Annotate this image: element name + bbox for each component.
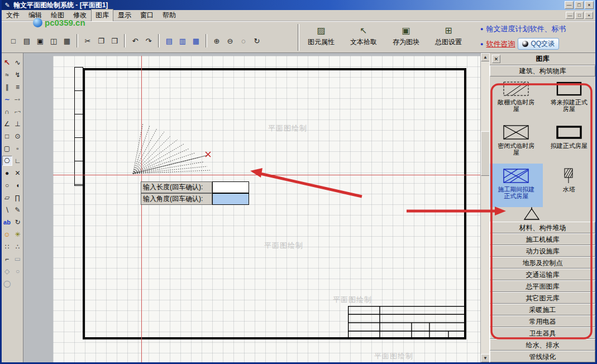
- library-category-header[interactable]: 建筑、构筑物库: [490, 65, 595, 76]
- child-close-button[interactable]: ×: [585, 12, 593, 19]
- rounded-rect-tool[interactable]: ▢: [2, 143, 12, 154]
- menu-item-help[interactable]: 帮助: [158, 9, 180, 22]
- library-category-button[interactable]: 动力设施库: [490, 245, 595, 257]
- library-category-button[interactable]: 总平面图库: [490, 280, 595, 292]
- corner-line-tool[interactable]: ⌐: [2, 254, 12, 264]
- menu-item-file[interactable]: 文件: [2, 9, 24, 22]
- consult-link[interactable]: 软件咨询: [486, 39, 515, 49]
- hexagon-tool[interactable]: ⎔: [2, 156, 12, 166]
- library-category-button[interactable]: 常用电器: [490, 315, 595, 327]
- oval2-tool[interactable]: ◯: [2, 279, 12, 289]
- arc-tool[interactable]: ∩: [2, 107, 12, 117]
- tent-symbol-icon[interactable]: [519, 207, 545, 223]
- master-plan-settings-button[interactable]: ⊞ 总图设置: [432, 24, 465, 48]
- trapezoid-tool[interactable]: ▱: [2, 193, 12, 203]
- star-tool[interactable]: ✳: [13, 229, 23, 240]
- circle-center-tool[interactable]: ⊙: [13, 131, 23, 141]
- length-input[interactable]: [212, 181, 249, 193]
- filled-ellipse-tool[interactable]: ●: [2, 168, 12, 178]
- cut-button[interactable]: ✂: [82, 35, 94, 47]
- person-symbol-tool[interactable]: ☺: [2, 229, 12, 240]
- symbol-future-permanent-house[interactable]: 将来拟建正式房屋: [543, 76, 596, 120]
- child-minimize-button[interactable]: —: [566, 12, 574, 19]
- text-tool[interactable]: ab: [2, 217, 12, 227]
- panel-close-button[interactable]: ✕: [492, 55, 500, 63]
- scrollbar-thumb[interactable]: [481, 131, 489, 176]
- menu-item-window[interactable]: 窗口: [136, 9, 158, 22]
- gate-tool[interactable]: ∏: [13, 193, 23, 203]
- perpendicular-tool[interactable]: ⊥: [13, 119, 23, 129]
- zoom-extents-button[interactable]: ↻: [251, 35, 263, 47]
- eyedropper-tool[interactable]: ∖: [2, 205, 12, 215]
- wave-tool[interactable]: ≈: [2, 70, 12, 80]
- library-category-button[interactable]: 给水、排水: [490, 339, 595, 351]
- spiral-tool[interactable]: ↻: [13, 217, 23, 227]
- fan-tool[interactable]: ∴: [13, 242, 23, 252]
- symbol-planned-permanent-house[interactable]: 拟建正式房屋: [543, 120, 596, 164]
- menu-item-library[interactable]: 图库: [91, 9, 113, 22]
- tile-horizontal-button[interactable]: ▤: [163, 35, 175, 47]
- line-node-tool[interactable]: –∘: [13, 94, 23, 104]
- symbol-construction-period-house[interactable]: 施工期间拟建正式房屋: [490, 164, 543, 207]
- library-category-button[interactable]: 卫生器具: [490, 327, 595, 339]
- library-category-button[interactable]: 地形及控制点: [490, 257, 595, 269]
- tile-vertical-button[interactable]: ▥: [176, 35, 189, 47]
- diamond-tool[interactable]: ◇: [2, 266, 12, 276]
- ellipse-tool[interactable]: ○: [2, 180, 12, 190]
- menu-item-display[interactable]: 显示: [113, 9, 136, 22]
- oval-tool[interactable]: ○: [13, 266, 23, 276]
- symbol-temporary-shed[interactable]: 敞棚式临时房屋: [490, 76, 543, 120]
- print-button[interactable]: ▦: [61, 35, 73, 47]
- save-button[interactable]: ▣: [34, 35, 46, 47]
- library-category-button[interactable]: 其它图元库: [490, 292, 595, 304]
- undo-button[interactable]: ↶: [129, 35, 141, 47]
- qq-chat-button[interactable]: QQ交谈: [518, 38, 559, 50]
- half-ellipse-tool[interactable]: ◖: [13, 180, 23, 190]
- scroll-down-button[interactable]: ▼: [481, 354, 489, 362]
- parallel-lines-tool[interactable]: ∥: [2, 82, 12, 92]
- square-tool[interactable]: ▫: [13, 143, 23, 154]
- minimize-button[interactable]: —: [565, 1, 574, 9]
- symbol-water-tower[interactable]: 水塔: [543, 164, 596, 207]
- open-button[interactable]: ▤: [21, 35, 33, 47]
- zoom-out-button[interactable]: ⊖: [224, 35, 236, 47]
- cascade-button[interactable]: ▦: [190, 35, 202, 47]
- pencil-tool[interactable]: ✎: [13, 205, 23, 215]
- symbol-closed-temporary-house[interactable]: 密闭式临时房屋: [490, 120, 543, 164]
- text-pick-button[interactable]: ↖ 文本拾取: [347, 24, 380, 48]
- corner-tool[interactable]: ∟: [13, 156, 23, 166]
- child-restore-button[interactable]: □: [575, 12, 584, 19]
- drawing-canvas[interactable]: 平面图绘制 平面图绘制 平面图绘制 平面图绘制 输入长度(回车确认): 输入角度…: [23, 53, 489, 362]
- vertical-scrollbar[interactable]: ▲ ▼: [480, 53, 489, 362]
- erase-tool[interactable]: ✕: [13, 168, 23, 178]
- hatch-lines-tool[interactable]: ≡: [13, 82, 23, 92]
- library-category-button[interactable]: 采暖施工: [490, 304, 595, 315]
- dots-grid-tool[interactable]: ∷: [2, 242, 12, 252]
- library-category-button[interactable]: 交通运输库: [490, 269, 595, 280]
- redo-button[interactable]: ↷: [142, 35, 155, 47]
- zigzag-tool[interactable]: ↯: [13, 70, 23, 80]
- curve-tool[interactable]: ∼: [2, 94, 12, 104]
- copy-button[interactable]: ❐: [95, 35, 107, 47]
- polyline-tool[interactable]: ∿: [13, 58, 23, 68]
- step-line-tool[interactable]: ⌐¬: [13, 107, 23, 117]
- scroll-up-button[interactable]: ▲: [481, 53, 489, 61]
- zoom-window-button[interactable]: ◌: [237, 35, 250, 47]
- library-category-button[interactable]: 施工机械库: [490, 233, 595, 245]
- drawing-page[interactable]: 平面图绘制 平面图绘制 平面图绘制 平面图绘制 输入长度(回车确认): 输入角度…: [53, 56, 480, 362]
- select-tool[interactable]: ↖: [2, 58, 12, 68]
- close-button[interactable]: ×: [585, 1, 594, 9]
- angle-line-tool[interactable]: ∠: [2, 119, 12, 129]
- paste-button[interactable]: ❒: [108, 35, 121, 47]
- promo-link[interactable]: 翰文进度计划软件、标书: [486, 24, 566, 34]
- print-preview-button[interactable]: ◫: [47, 35, 60, 47]
- library-category-button[interactable]: 管线绿化: [490, 351, 595, 362]
- zoom-in-button[interactable]: ⊕: [211, 35, 223, 47]
- new-button[interactable]: □: [7, 35, 20, 47]
- maximize-button[interactable]: □: [575, 1, 584, 9]
- element-properties-button[interactable]: ▨ 图元属性: [304, 24, 338, 48]
- library-category-button[interactable]: 材料、构件堆场: [490, 222, 595, 233]
- rectangle-tool[interactable]: □: [2, 131, 12, 141]
- angle-input[interactable]: [212, 193, 249, 205]
- rect-outline-tool[interactable]: ▭: [13, 254, 23, 264]
